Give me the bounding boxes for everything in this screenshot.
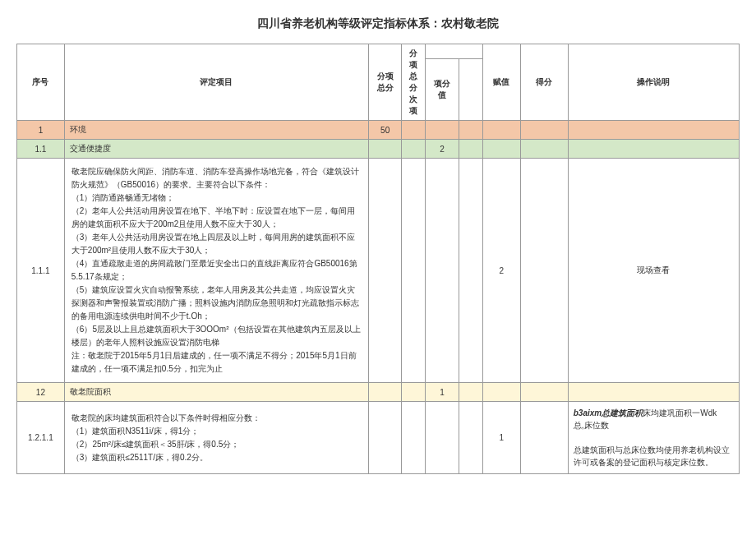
cell-detail: 敬老院应确保防火间距、消防车道、消防车登高操作场地完备，符合《建筑设计防火规范》… [64,159,368,383]
header-row: 序号 评定项目 分项总分 分项总分次项 赋值 得分 操作说明 [17,44,740,59]
cell-op: b3aixm总建筑面积床均建巩面积一Wdk 总,床位数 总建筑面积与总床位数均使… [568,402,739,474]
cell [426,159,459,383]
th-empty [459,59,482,121]
th-subc: 分项总分次项 [402,44,426,121]
cell [402,383,426,402]
cell [482,121,520,140]
cell [459,140,482,159]
th-group [426,44,482,59]
cell-seq: 1.1 [17,140,65,159]
cell [520,121,568,140]
cell [482,383,520,402]
th-subtotal: 分项总分 [368,44,401,121]
cell [368,383,401,402]
cell [402,402,426,474]
cell [459,402,482,474]
cell-seq: 12 [17,383,65,402]
cell-op: 现场查看 [568,159,739,383]
th-item: 评定项目 [64,44,368,121]
cell-fz: 2 [482,159,520,383]
cell-subv: 2 [426,140,459,159]
row-1211: 1.2.1.1 敬老院的床均建筑面积符合以下条件时得相应分数： （1）建筑面积N… [17,402,740,474]
cell [459,159,482,383]
cell-fz: 1 [482,402,520,474]
th-fz: 赋值 [482,44,520,121]
cell [368,402,401,474]
cell [459,121,482,140]
row-111: 1.1.1 敬老院应确保防火间距、消防车道、消防车登高操作场地完备，符合《建筑设… [17,159,740,383]
cell-seq: 1 [17,121,65,140]
th-score: 得分 [520,44,568,121]
cell [426,121,459,140]
cell [520,383,568,402]
cell [368,159,401,383]
cell [568,121,739,140]
cell-detail: 敬老院的床均建筑面积符合以下条件时得相应分数： （1）建筑面积N3511i/床，… [64,402,368,474]
cell-item: 交通便捷度 [64,140,368,159]
cell [402,140,426,159]
cell [520,159,568,383]
cell-subtotal: 50 [368,121,401,140]
row-area: 12 敬老院面积 1 [17,383,740,402]
cell [520,402,568,474]
th-subv: 项分值 [426,59,459,121]
op-note: 总建筑面积与总床位数均使用养老机构设立许可或备案的登记面积与核定床位数。 [574,445,730,467]
rating-table: 序号 评定项目 分项总分 分项总分次项 赋值 得分 操作说明 项分值 1 环境 … [16,44,740,474]
cell [459,383,482,402]
cell [402,159,426,383]
row-environment: 1 环境 50 [17,121,740,140]
cell [568,383,739,402]
op-formula-1: b3aixm总建筑面积 [574,408,643,417]
cell [520,140,568,159]
cell [568,140,739,159]
cell-item: 环境 [64,121,368,140]
cell-seq: 1.1.1 [17,159,65,383]
cell [368,140,401,159]
cell [402,121,426,140]
op-formula-3: 总,床位数 [574,421,609,430]
cell-seq: 1.2.1.1 [17,402,65,474]
page-title: 四川省养老机构等级评定指标体系：农村敬老院 [16,16,740,31]
cell [482,140,520,159]
th-seq: 序号 [17,44,65,121]
th-op: 操作说明 [568,44,739,121]
cell-item: 敬老院面积 [64,383,368,402]
cell-subv: 1 [426,383,459,402]
op-formula-2: 床均建巩面积一Wdk [643,408,717,417]
row-traffic: 1.1 交通便捷度 2 [17,140,740,159]
cell [426,402,459,474]
